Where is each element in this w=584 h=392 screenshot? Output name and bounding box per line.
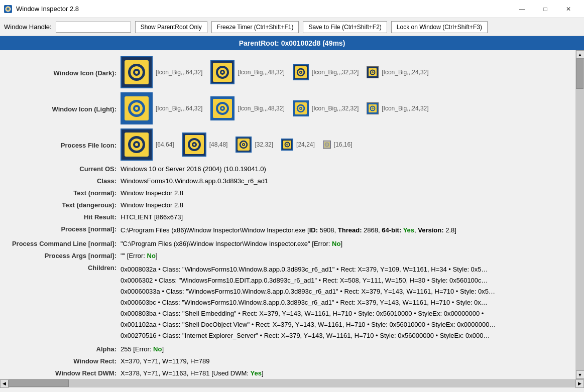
- dark-icon-24-img: [367, 66, 379, 78]
- window-handle-input[interactable]: [56, 22, 131, 33]
- alpha-label: Alpha:: [0, 344, 121, 353]
- dwm-close: ]: [262, 369, 264, 377]
- minimize-button[interactable]: —: [511, 0, 534, 18]
- h-scroll-thumb[interactable]: [9, 379, 69, 387]
- process-args-value: "" [Error: No]: [121, 251, 571, 259]
- light-icon-64: [Icon_Big,,,64,32]: [121, 92, 202, 124]
- show-parentroot-button[interactable]: Show ParentRoot Only: [135, 21, 207, 33]
- window-rect-dwm-row: Window Rect DWM: X=378, Y=71, W=1163, H=…: [0, 367, 575, 379]
- process-path: C:\Program Files (x86)\Window Inspector\…: [121, 226, 309, 234]
- light-icon-24-label: [Icon_Big,,,24,32]: [382, 105, 428, 112]
- lock-on-window-button[interactable]: Lock on Window (Ctrl+Shift+F3): [391, 21, 488, 33]
- dark-icons-container: [Icon_Big,,,64,32] [Icon_Big,,,48,32]: [121, 56, 429, 88]
- light-icon-64-img: [121, 92, 153, 124]
- light-icon-row: Window Icon (Light): [Icon_Big,,,64,32]: [0, 90, 575, 126]
- scroll-up-button[interactable]: ▲: [576, 50, 585, 59]
- text-dangerous-value: Window Inspector 2.8: [121, 200, 571, 209]
- text-dangerous-label: Text (dangerous):: [0, 200, 121, 209]
- scroll-track[interactable]: [576, 59, 584, 370]
- dark-icon-32: [Icon_Big,,,32,32]: [293, 64, 359, 80]
- child-line-7: 0x00270516 • Class: "Internet Explorer_S…: [121, 330, 571, 341]
- light-icon-64-label: [Icon_Big,,,64,32]: [156, 105, 202, 112]
- dark-icon-row: Window Icon (Dark): [Icon_Big,,,64,32]: [0, 54, 575, 90]
- title-bar: Window Inspector 2.8 — □ ✕: [0, 0, 584, 18]
- scroll-left-button[interactable]: ◀: [0, 379, 9, 388]
- svg-point-17: [300, 72, 301, 73]
- light-icon-24-img: [367, 102, 379, 114]
- light-icon-48-label: [Icon_Big,,,48,32]: [238, 105, 284, 112]
- process-icon-32-label: [32,32]: [255, 141, 273, 148]
- vertical-scrollbar[interactable]: ▲ ▼: [575, 50, 584, 379]
- process-args-row: Process Args [normal]: "" [Error: No]: [0, 249, 575, 262]
- process-icons-container: [64,64] [48,48]: [121, 128, 353, 161]
- dark-icon-64-img: [121, 56, 153, 88]
- svg-point-47: [135, 143, 138, 146]
- light-icon-label: Window Icon (Light):: [0, 104, 121, 113]
- maximize-button[interactable]: □: [534, 0, 557, 18]
- alpha-row: Alpha: 255 [Error: No]: [0, 343, 575, 355]
- hit-result-value: HTCLIENT [866x673]: [121, 212, 571, 221]
- current-os-value: Windows 10 or Server 2016 (2004) (10.0.1…: [121, 164, 571, 173]
- scroll-thumb[interactable]: [576, 59, 583, 89]
- app-title: Window Inspector 2.8: [16, 5, 79, 13]
- process-64bit-val: Yes: [401, 226, 414, 234]
- hit-result-label: Hit Result:: [0, 212, 121, 221]
- process-icon-label: Process File Icon:: [0, 141, 121, 149]
- content-area: Window Icon (Dark): [Icon_Big,,,64,32]: [0, 50, 575, 379]
- alpha-num: 255 [Error:: [121, 345, 153, 353]
- text-dangerous-row: Text (dangerous): Window Inspector 2.8: [0, 199, 575, 211]
- title-bar-left: Window Inspector 2.8: [4, 5, 79, 13]
- process-icon-24: [24,24]: [281, 139, 315, 151]
- process-normal-value: C:\Program Files (x86)\Window Inspector\…: [121, 224, 571, 236]
- svg-point-32: [221, 107, 223, 109]
- process-icon-row: Process File Icon: [64,64]: [0, 126, 575, 163]
- svg-point-27: [135, 107, 138, 110]
- process-icon-16-label: [16,16]: [334, 141, 353, 148]
- svg-point-37: [300, 108, 301, 109]
- window-rect-label: Window Rect:: [0, 356, 121, 365]
- process-cmd-close: ]: [340, 240, 342, 247]
- scroll-right-button[interactable]: ▶: [575, 379, 584, 388]
- horizontal-scrollbar[interactable]: ◀ ▶: [0, 379, 584, 387]
- light-icon-48-img: [210, 96, 235, 120]
- scroll-down-button[interactable]: ▼: [576, 370, 585, 379]
- process-thread-val: 2868,: [362, 226, 382, 234]
- process-cmd-label: Process Command Line [normal]:: [0, 239, 121, 247]
- close-button[interactable]: ✕: [557, 0, 580, 18]
- process-icon-16-img: [323, 141, 331, 149]
- process-cmd-text: "C:\Program Files (x86)\Window Inspector…: [121, 240, 332, 247]
- svg-point-42: [372, 108, 373, 109]
- svg-point-66: [326, 144, 327, 145]
- dwm-yes-val: Yes: [250, 369, 261, 377]
- light-icon-48: [Icon_Big,,,48,32]: [210, 96, 284, 120]
- dark-icon-48-img: [210, 60, 235, 84]
- class-value: WindowsForms10.Window.8.app.0.3d893c_r6_…: [121, 176, 571, 185]
- process-version-key: Version:: [418, 226, 443, 234]
- process-icon-32: [32,32]: [236, 137, 273, 153]
- process-icon-32-img: [236, 137, 252, 153]
- process-icon-24-label: [24,24]: [296, 141, 315, 148]
- child-line-1: 0x0008032a • Class: "WindowsForms10.Wind…: [121, 264, 571, 275]
- light-icon-32: [Icon_Big,,,32,32]: [293, 100, 359, 116]
- process-cmd-error-val: No: [332, 240, 340, 247]
- children-label: Children:: [0, 263, 121, 272]
- process-cmd-value: "C:\Program Files (x86)\Window Inspector…: [121, 239, 571, 247]
- app-icon: [4, 5, 12, 13]
- process-icon-24-img: [281, 139, 293, 151]
- light-icon-32-img: [293, 100, 309, 116]
- child-line-4: 0x000603bc • Class: "WindowsForms10.Wind…: [121, 297, 571, 308]
- h-scroll-track[interactable]: [9, 379, 575, 387]
- window-rect-dwm-label: Window Rect DWM:: [0, 368, 121, 377]
- process-icon-48-img: [182, 133, 206, 157]
- save-to-file-button[interactable]: Save to File (Ctrl+Shift+F2): [303, 21, 387, 33]
- process-id-key: ID:: [309, 226, 318, 234]
- light-icon-24: [Icon_Big,,,24,32]: [367, 102, 428, 114]
- light-icons-container: [Icon_Big,,,64,32] [Icon_Big,,,48,32]: [121, 92, 429, 124]
- process-icon-64-img: [121, 128, 153, 161]
- alpha-value: 255 [Error: No]: [121, 344, 571, 353]
- process-args-label: Process Args [normal]:: [0, 251, 121, 259]
- text-normal-row: Text (normal): Window Inspector 2.8: [0, 187, 575, 199]
- window-rect-dwm-value: X=378, Y=71, W=1163, H=781 [Used DWM: Ye…: [121, 368, 571, 377]
- freeze-timer-button[interactable]: Freeze Timer (Ctrl+Shift+F1): [211, 21, 299, 33]
- svg-point-57: [243, 144, 244, 145]
